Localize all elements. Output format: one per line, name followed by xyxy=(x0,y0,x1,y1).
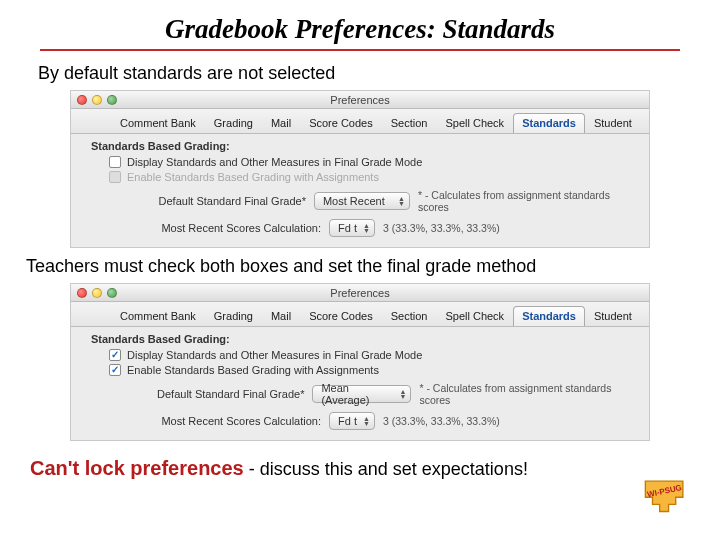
chevron-updown-icon: ▲▼ xyxy=(363,416,370,426)
warning-lead: Can't lock preferences xyxy=(30,457,244,479)
tab-student[interactable]: Student xyxy=(585,113,641,133)
tab-score-codes[interactable]: Score Codes xyxy=(300,113,382,133)
label-enable-standards: Enable Standards Based Grading with Assi… xyxy=(127,171,379,183)
zoom-icon[interactable] xyxy=(107,288,117,298)
select-default-final-grade[interactable]: Mean (Average) ▲▼ xyxy=(312,385,411,403)
titlebar: Preferences xyxy=(71,91,649,109)
note-percents: 3 (33.3%, 33.3%, 33.3%) xyxy=(383,222,500,234)
label-display-standards: Display Standards and Other Measures in … xyxy=(127,156,422,168)
window-title: Preferences xyxy=(71,94,649,106)
select-default-final-grade[interactable]: Most Recent ▲▼ xyxy=(314,192,410,210)
tab-comment-bank[interactable]: Comment Bank xyxy=(111,306,205,326)
select-recent-calc[interactable]: Fd t ▲▼ xyxy=(329,219,375,237)
label-default-final-grade: Default Standard Final Grade* xyxy=(91,195,306,207)
label-display-standards: Display Standards and Other Measures in … xyxy=(127,349,422,361)
note-calculates: * - Calculates from assignment standards… xyxy=(418,189,629,213)
tab-standards[interactable]: Standards xyxy=(513,306,585,326)
tab-mail[interactable]: Mail xyxy=(262,306,300,326)
chevron-updown-icon: ▲▼ xyxy=(399,389,406,399)
tab-student[interactable]: Student xyxy=(585,306,641,326)
tab-mail[interactable]: Mail xyxy=(262,113,300,133)
select-recent-calc[interactable]: Fd t ▲▼ xyxy=(329,412,375,430)
tab-spell-check[interactable]: Spell Check xyxy=(436,113,513,133)
tab-standards[interactable]: Standards xyxy=(513,113,585,133)
select-value: Mean (Average) xyxy=(321,382,393,406)
wi-psug-logo: WI-PSUG xyxy=(638,474,692,524)
tab-grading[interactable]: Grading xyxy=(205,113,262,133)
window-title: Preferences xyxy=(71,287,649,299)
checkbox-enable-standards[interactable] xyxy=(109,171,121,183)
tabbar: Comment Bank Grading Mail Score Codes Se… xyxy=(71,109,649,134)
checkbox-display-standards[interactable] xyxy=(109,349,121,361)
note-percents: 3 (33.3%, 33.3%, 33.3%) xyxy=(383,415,500,427)
note-calculates: * - Calculates from assignment standards… xyxy=(419,382,629,406)
caption-default: By default standards are not selected xyxy=(0,59,720,90)
select-value: Most Recent xyxy=(323,195,385,207)
warning-rest: - discuss this and set expectations! xyxy=(249,459,528,479)
select-value: Fd t xyxy=(338,222,357,234)
tab-grading[interactable]: Grading xyxy=(205,306,262,326)
chevron-updown-icon: ▲▼ xyxy=(398,196,405,206)
label-recent-calc: Most Recent Scores Calculation: xyxy=(91,415,321,427)
prefs-window-unchecked: Preferences Comment Bank Grading Mail Sc… xyxy=(70,90,650,248)
select-value: Fd t xyxy=(338,415,357,427)
label-default-final-grade: Default Standard Final Grade* xyxy=(91,388,304,400)
section-heading: Standards Based Grading: xyxy=(91,140,629,152)
tab-section[interactable]: Section xyxy=(382,113,437,133)
checkbox-display-standards[interactable] xyxy=(109,156,121,168)
label-enable-standards: Enable Standards Based Grading with Assi… xyxy=(127,364,379,376)
tab-section[interactable]: Section xyxy=(382,306,437,326)
prefs-window-checked: Preferences Comment Bank Grading Mail Sc… xyxy=(70,283,650,441)
label-recent-calc: Most Recent Scores Calculation: xyxy=(91,222,321,234)
chevron-updown-icon: ▲▼ xyxy=(363,223,370,233)
caption-warning: Can't lock preferences - discuss this an… xyxy=(0,445,720,488)
tabbar: Comment Bank Grading Mail Score Codes Se… xyxy=(71,302,649,327)
tab-spell-check[interactable]: Spell Check xyxy=(436,306,513,326)
zoom-icon[interactable] xyxy=(107,95,117,105)
tab-comment-bank[interactable]: Comment Bank xyxy=(111,113,205,133)
close-icon[interactable] xyxy=(77,95,87,105)
section-heading: Standards Based Grading: xyxy=(91,333,629,345)
close-icon[interactable] xyxy=(77,288,87,298)
tab-score-codes[interactable]: Score Codes xyxy=(300,306,382,326)
titlebar: Preferences xyxy=(71,284,649,302)
minimize-icon[interactable] xyxy=(92,288,102,298)
checkbox-enable-standards[interactable] xyxy=(109,364,121,376)
caption-mustcheck: Teachers must check both boxes and set t… xyxy=(0,252,720,283)
slide-title: Gradebook Preferences: Standards xyxy=(40,0,680,51)
minimize-icon[interactable] xyxy=(92,95,102,105)
